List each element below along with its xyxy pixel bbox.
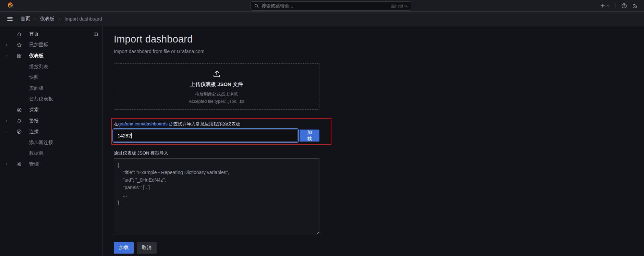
apps-icon (16, 53, 22, 59)
sidebar-item-dashboards[interactable]: 仪表板 (0, 50, 102, 61)
news-button[interactable] (632, 3, 639, 9)
chevron-down-icon[interactable] (4, 130, 10, 134)
compass-icon (16, 107, 22, 113)
help-icon (621, 3, 627, 9)
page-subtitle: Import dashboard from file or Grafana.co… (114, 48, 644, 54)
json-model-textarea[interactable]: { "title": "Example - Repeating Dictiona… (114, 158, 319, 235)
sidebar-item-data-sources[interactable]: 数据源 (0, 148, 102, 159)
gcom-import-section: 在grafana.com/dashboards查找并导入常见应用程序的仪表板 1… (114, 118, 319, 145)
sidebar-item-public-dashboards[interactable]: 公共仪表板 (0, 94, 102, 105)
dock-menu-icon[interactable] (93, 32, 98, 37)
topbar-divider (616, 3, 616, 9)
sidebar-item-snapshots[interactable]: 快照 (0, 72, 102, 83)
sidebar-item-label: 公共仪表板 (29, 96, 53, 102)
top-bar: 搜索或跳转至... ctrl+k (0, 0, 644, 12)
sidebar-item-label: 库面板 (29, 85, 44, 92)
sidebar-item-add-new-connection[interactable]: 添加新连接 (0, 137, 102, 148)
sidebar-item-library-panels[interactable]: 库面板 (0, 83, 102, 94)
sidebar-item-label: 已加星标 (29, 42, 48, 48)
external-link-icon (169, 122, 173, 126)
home-icon (16, 32, 22, 37)
sidebar-nav: 首页已加星标仪表板播放列表快照库面板公共仪表板探索警报连接添加新连接数据源管理 (0, 26, 103, 256)
breadcrumb-item-home[interactable]: 首页 (21, 16, 30, 22)
new-menu-button[interactable] (600, 3, 610, 9)
sidebar-item-label: 添加新连接 (29, 139, 53, 146)
sidebar-item-connections[interactable]: 连接 (0, 126, 102, 137)
sidebar-item-explore[interactable]: 探索 (0, 105, 102, 115)
chevron-right-icon[interactable] (4, 162, 10, 166)
sidebar-item-label: 首页 (29, 31, 39, 37)
sidebar-item-home[interactable]: 首页 (0, 29, 102, 40)
sidebar-item-playlists[interactable]: 播放列表 (0, 61, 102, 72)
search-input[interactable]: 搜索或跳转至... ctrl+k (250, 1, 411, 11)
sidebar-item-starred[interactable]: 已加星标 (0, 40, 102, 51)
gcom-id-input[interactable]: 14282 (114, 130, 297, 142)
gcom-suffix: 查找并导入常见应用程序的仪表板 (173, 121, 240, 127)
bell-icon (16, 118, 22, 124)
upload-dropzone[interactable]: 上传仪表板 JSON 文件 拖放到此处或点击浏览 Accepted file t… (114, 63, 319, 110)
gcom-load-button[interactable]: 加载 (300, 130, 319, 142)
gcom-dashboards-link[interactable]: grafana.com/dashboards (118, 121, 168, 127)
menu-toggle-button[interactable] (7, 15, 13, 22)
gcom-id-value: 14282 (118, 133, 131, 138)
sidebar-item-label: 仪表板 (29, 53, 44, 59)
help-button[interactable] (621, 3, 627, 9)
breadcrumb-separator-icon (58, 17, 61, 21)
chevron-down-icon[interactable] (4, 54, 10, 58)
search-placeholder: 搜索或跳转至... (262, 3, 390, 9)
search-icon (254, 3, 259, 9)
page-title: Import dashboard (114, 33, 644, 46)
sidebar-item-label: 探索 (29, 107, 39, 113)
upload-accepted-types: Accepted file types: .json, .txt (189, 99, 244, 104)
sidebar-item-label: 警报 (29, 118, 39, 124)
sidebar-item-label: 管理 (29, 161, 39, 167)
upload-title: 上传仪表板 JSON 文件 (190, 81, 243, 88)
chevron-right-icon[interactable] (4, 119, 10, 123)
chevron-right-icon[interactable] (4, 43, 10, 47)
keyboard-icon (390, 3, 396, 9)
breadcrumb-separator-icon (33, 17, 37, 21)
main-content: Import dashboard Import dashboard from f… (103, 26, 644, 256)
gcom-prefix: 在 (114, 121, 118, 127)
cancel-button[interactable]: 取消 (137, 242, 157, 254)
grafana-logo[interactable] (6, 2, 14, 10)
upload-icon (212, 69, 221, 78)
sidebar-item-label: 连接 (29, 129, 39, 135)
sidebar-item-administration[interactable]: 管理 (0, 159, 102, 170)
sidebar-item-label: 播放列表 (29, 64, 48, 70)
breadcrumb-item-dashboards[interactable]: 仪表板 (40, 16, 54, 22)
cog-icon (16, 161, 22, 167)
text-cursor (131, 133, 132, 138)
upload-hint: 拖放到此处或点击浏览 (195, 92, 238, 97)
breadcrumb-item-import-dashboard: Import dashboard (64, 16, 102, 22)
plus-icon (600, 3, 606, 9)
sidebar-item-label: 数据源 (29, 150, 44, 156)
load-button[interactable]: 加载 (114, 242, 134, 254)
json-import-label: 通过仪表板 JSON 模型导入 (114, 150, 644, 156)
sidebar-item-alerting[interactable]: 警报 (0, 115, 102, 126)
star-icon (16, 42, 22, 48)
sidebar-item-label: 快照 (29, 74, 39, 81)
breadcrumb-bar: 首页仪表板Import dashboard (0, 12, 644, 26)
plug-icon (16, 129, 22, 134)
rss-icon (632, 3, 639, 9)
breadcrumb: 首页仪表板Import dashboard (21, 16, 102, 22)
hamburger-icon (7, 15, 13, 22)
chevron-down-icon (606, 4, 610, 8)
shortcut-label: ctrl+k (398, 4, 408, 9)
